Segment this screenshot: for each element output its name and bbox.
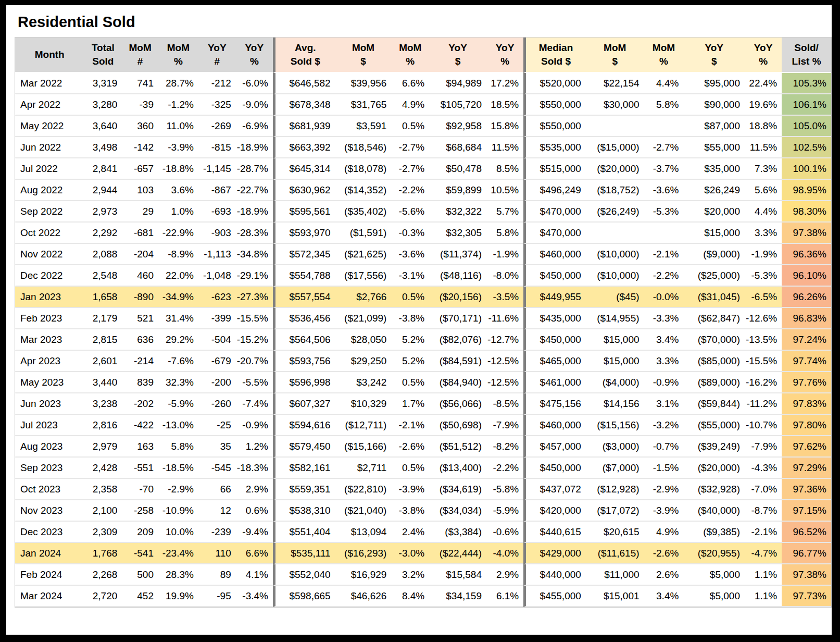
cell-yoy-num: -325: [198, 94, 236, 116]
cell-avg-mom-usd: ($35,402): [335, 201, 392, 223]
cell-avg-sold: $645,314: [273, 158, 335, 180]
cell-median-sold: $460,000: [523, 244, 586, 265]
cell-month: Oct 2022: [15, 223, 84, 244]
cell-month: Jun 2023: [15, 393, 84, 415]
cell-avg-sold: $678,348: [273, 94, 335, 116]
cell-avg-mom-usd: $39,956: [335, 73, 392, 94]
cell-yoy-pct: -5.5%: [236, 372, 273, 393]
cell-med-yoy-usd: ($32,928): [683, 479, 745, 500]
cell-avg-mom-pct: 6.6%: [391, 73, 429, 94]
cell-avg-yoy-pct: -12.5%: [486, 351, 523, 372]
cell-med-yoy-pct: -15.5%: [745, 351, 782, 372]
cell-avg-sold: $630,962: [273, 180, 335, 201]
cell-median-sold: $455,000: [523, 586, 586, 607]
cell-mom-pct: 29.2%: [158, 329, 198, 351]
cell-mom-num: 103: [122, 180, 158, 201]
cell-total-sold: 2,815: [84, 329, 122, 351]
table-row: Feb 20232,17952131.4%-399-15.5%$536,456(…: [15, 308, 831, 329]
cell-sold-list-pct: 97.76%: [782, 372, 831, 393]
cell-med-mom-usd: ($17,072): [586, 500, 644, 522]
cell-med-mom-pct: 5.8%: [644, 94, 684, 116]
cell-median-sold: $470,000: [523, 201, 586, 223]
cell-avg-mom-usd: $2,711: [335, 458, 392, 479]
cell-mom-pct: -22.9%: [158, 223, 198, 244]
cell-avg-mom-usd: $28,050: [335, 329, 392, 351]
cell-med-mom-pct: -5.3%: [644, 201, 684, 223]
cell-median-sold: $535,000: [523, 137, 586, 158]
cell-avg-yoy-usd: $92,958: [429, 116, 486, 137]
cell-avg-mom-pct: -3.8%: [391, 308, 429, 329]
cell-sold-list-pct: 105.3%: [782, 73, 831, 94]
cell-avg-yoy-pct: 15.8%: [486, 116, 523, 137]
cell-mom-pct: 3.6%: [158, 180, 198, 201]
cell-avg-yoy-usd: $32,305: [429, 223, 486, 244]
cell-avg-mom-pct: -2.7%: [391, 137, 429, 158]
column-header-med-yoy-pct: YoY %: [745, 38, 782, 73]
cell-median-sold: $429,000: [523, 543, 586, 564]
cell-med-yoy-pct: 7.3%: [745, 158, 782, 180]
cell-mom-num: -142: [122, 137, 158, 158]
cell-avg-yoy-usd: ($20,156): [429, 287, 486, 308]
cell-med-mom-pct: 3.4%: [644, 586, 684, 607]
cell-mom-num: -258: [122, 500, 158, 522]
cell-avg-yoy-usd: $94,989: [429, 73, 486, 94]
cell-med-yoy-usd: $5,000: [683, 586, 745, 607]
cell-med-mom-pct: -3.2%: [644, 415, 684, 436]
table-row: Jul 20232,816-422-13.0%-25-0.9%$594,616(…: [15, 415, 831, 436]
cell-yoy-num: 110: [198, 543, 236, 564]
cell-mom-num: -657: [122, 158, 158, 180]
cell-med-yoy-pct: -16.2%: [745, 372, 782, 393]
cell-sold-list-pct: 97.29%: [782, 458, 831, 479]
cell-med-yoy-usd: ($85,000): [683, 351, 745, 372]
cell-med-mom-pct: 3.3%: [644, 351, 684, 372]
cell-avg-yoy-usd: ($13,400): [429, 458, 486, 479]
cell-med-yoy-usd: $90,000: [683, 94, 745, 116]
cell-mom-num: -204: [122, 244, 158, 265]
cell-yoy-pct: -22.7%: [236, 180, 273, 201]
cell-median-sold: $550,000: [523, 116, 586, 137]
cell-med-mom-usd: ($12,928): [586, 479, 644, 500]
cell-med-mom-usd: ($3,000): [586, 436, 644, 458]
cell-avg-yoy-pct: -12.7%: [486, 329, 523, 351]
cell-sold-list-pct: 96.83%: [782, 308, 831, 329]
cell-mom-pct: 32.3%: [158, 372, 198, 393]
cell-mom-num: 163: [122, 436, 158, 458]
cell-med-mom-usd: ($7,000): [586, 458, 644, 479]
cell-sold-list-pct: 100.1%: [782, 158, 831, 180]
cell-avg-yoy-pct: -11.6%: [486, 308, 523, 329]
cell-yoy-num: 12: [198, 500, 236, 522]
cell-sold-list-pct: 97.83%: [782, 393, 831, 415]
table-row: Jun 20233,238-202-5.9%-260-7.4%$607,327$…: [15, 393, 831, 415]
cell-month: Feb 2024: [15, 564, 84, 586]
cell-med-mom-pct: -3.3%: [644, 308, 684, 329]
cell-yoy-num: -623: [198, 287, 236, 308]
cell-mom-pct: -18.8%: [158, 158, 198, 180]
cell-yoy-pct: -15.5%: [236, 308, 273, 329]
cell-avg-mom-pct: -3.8%: [391, 500, 429, 522]
cell-yoy-num: -1,048: [198, 265, 236, 287]
cell-avg-yoy-pct: -5.8%: [486, 479, 523, 500]
cell-avg-mom-pct: -3.0%: [391, 543, 429, 564]
cell-avg-sold: $552,040: [273, 564, 335, 586]
table-row: Jul 20222,841-657-18.8%-1,145-28.7%$645,…: [15, 158, 831, 180]
cell-mom-pct: -7.6%: [158, 351, 198, 372]
cell-avg-mom-usd: ($21,625): [335, 244, 392, 265]
cell-month: Mar 2023: [15, 329, 84, 351]
cell-yoy-pct: -28.3%: [236, 223, 273, 244]
cell-avg-yoy-pct: -12.5%: [486, 372, 523, 393]
cell-total-sold: 3,238: [84, 393, 122, 415]
cell-median-sold: $450,000: [523, 329, 586, 351]
cell-yoy-num: -545: [198, 458, 236, 479]
cell-avg-sold: $646,582: [273, 73, 335, 94]
cell-avg-yoy-usd: $50,478: [429, 158, 486, 180]
cell-med-yoy-pct: 1.1%: [745, 586, 782, 607]
cell-avg-sold: $579,450: [273, 436, 335, 458]
cell-avg-mom-usd: $29,250: [335, 351, 392, 372]
cell-med-yoy-pct: 18.8%: [745, 116, 782, 137]
cell-yoy-num: 89: [198, 564, 236, 586]
cell-sold-list-pct: 97.74%: [782, 351, 831, 372]
cell-mom-pct: -10.9%: [158, 500, 198, 522]
cell-month: May 2022: [15, 116, 84, 137]
cell-avg-sold: $551,404: [273, 522, 335, 543]
cell-avg-yoy-pct: 2.9%: [486, 564, 523, 586]
